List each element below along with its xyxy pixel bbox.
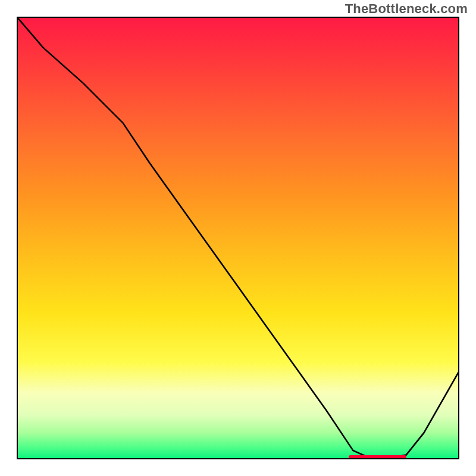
optimal-range-marker [349, 455, 406, 459]
chart-gradient-background [17, 17, 459, 459]
attribution-text: TheBottleneck.com [345, 1, 468, 17]
